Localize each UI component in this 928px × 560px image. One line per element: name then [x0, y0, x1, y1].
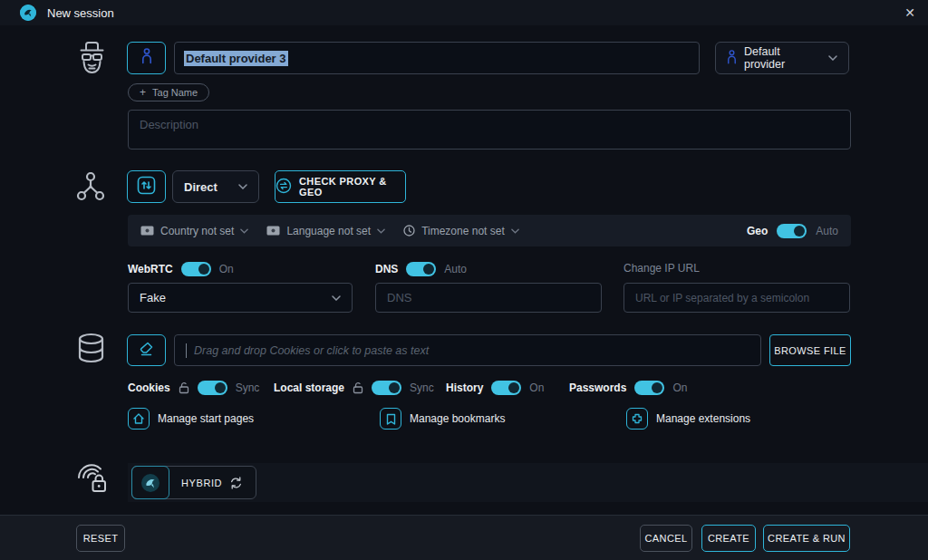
profile-type-button[interactable] — [127, 42, 166, 74]
close-icon[interactable]: ✕ — [901, 5, 919, 21]
eraser-icon — [138, 340, 155, 361]
check-proxy-geo-button[interactable]: CHECK PROXY & GEO — [275, 170, 406, 203]
local-storage-toggle-group: Local storage Sync — [274, 380, 434, 396]
refresh-icon — [229, 477, 243, 489]
app-logo-icon — [140, 473, 160, 493]
text-caret — [186, 343, 187, 358]
provider-dropdown-value: Default provider — [744, 45, 821, 71]
clear-cookies-button[interactable] — [127, 334, 166, 366]
reset-button[interactable]: RESET — [76, 525, 125, 552]
home-icon — [128, 408, 150, 430]
local-storage-label: Local storage — [274, 381, 344, 394]
cookies-toggle-group: Cookies Sync — [128, 380, 259, 396]
cookies-state: Sync — [236, 381, 260, 394]
history-toggle[interactable] — [491, 381, 521, 395]
clock-icon — [403, 225, 415, 237]
flag-icon — [266, 226, 280, 236]
provider-dropdown[interactable]: Default provider — [715, 42, 849, 74]
chevron-down-icon — [511, 228, 519, 234]
fingerprint-mode-button[interactable]: HYBRID — [131, 466, 256, 499]
cookies-drop-area[interactable]: Drag and drop Cookies or click to paste … — [174, 334, 761, 366]
history-label: History — [446, 381, 483, 394]
language-dropdown[interactable]: Language not set — [266, 225, 385, 237]
webrtc-label: WebRTC — [128, 263, 173, 275]
geo-toggle[interactable] — [777, 224, 807, 238]
browse-file-button[interactable]: BROWSE FILE — [769, 334, 851, 366]
create-button[interactable]: CREATE — [701, 525, 756, 552]
cookies-label: Cookies — [128, 381, 170, 394]
cookies-drop-placeholder: Drag and drop Cookies or click to paste … — [194, 344, 429, 357]
dns-label: DNS — [375, 263, 398, 275]
manage-bookmarks-label: Manage bookmarks — [410, 412, 505, 425]
timezone-dropdown-value: Timezone not set — [421, 225, 505, 237]
proxy-mode-value: Direct — [184, 180, 218, 194]
geo-label: Geo — [747, 225, 768, 237]
country-dropdown-value: Country not set — [160, 225, 234, 237]
dns-input[interactable] — [375, 283, 602, 313]
passwords-toggle-group: Passwords On — [569, 380, 687, 396]
chevron-down-icon — [332, 295, 341, 301]
language-dropdown-value: Language not set — [286, 225, 371, 237]
add-tag-label: Tag Name — [152, 87, 198, 98]
dns-toggle[interactable] — [406, 262, 436, 276]
browse-file-label: BROWSE FILE — [774, 345, 846, 356]
manage-bookmarks-button[interactable]: Manage bookmarks — [380, 407, 505, 430]
description-textarea[interactable] — [128, 110, 851, 150]
storage-database-icon — [76, 332, 106, 372]
manage-start-pages-label: Manage start pages — [158, 412, 254, 425]
proxy-network-icon — [75, 170, 106, 207]
fingerprint-lock-icon — [74, 458, 111, 501]
history-toggle-group: History On — [446, 380, 544, 396]
flag-icon — [140, 226, 154, 236]
cookies-toggle[interactable] — [198, 381, 227, 395]
chevron-down-icon — [238, 184, 247, 189]
history-state: On — [529, 381, 544, 394]
cancel-button[interactable]: CANCEL — [640, 525, 692, 552]
webrtc-state: On — [219, 263, 234, 275]
session-name-input[interactable]: Default provider 3 — [174, 42, 700, 74]
local-storage-state: Sync — [410, 381, 434, 394]
profile-persona-icon — [75, 38, 109, 82]
manage-extensions-label: Manage extensions — [656, 412, 750, 425]
webrtc-toggle[interactable] — [181, 262, 211, 276]
session-name-selected-text: Default provider 3 — [184, 51, 288, 66]
proxy-type-button[interactable] — [127, 170, 166, 203]
cancel-label: CANCEL — [644, 533, 687, 544]
dns-toggle-group: DNS Auto — [375, 261, 467, 277]
create-label: CREATE — [708, 533, 749, 544]
add-tag-button[interactable]: + Tag Name — [128, 83, 209, 101]
manage-start-pages-button[interactable]: Manage start pages — [128, 407, 254, 430]
new-session-dialog: New session ✕ — [0, 0, 928, 560]
country-dropdown[interactable]: Country not set — [140, 225, 248, 237]
dialog-title: New session — [47, 6, 114, 20]
lock-open-icon[interactable] — [179, 381, 189, 394]
geo-toggle-group: Geo Auto — [747, 224, 838, 238]
timezone-dropdown[interactable]: Timezone not set — [403, 225, 519, 237]
proxy-mode-dropdown[interactable]: Direct — [172, 170, 259, 203]
chevron-down-icon — [377, 228, 385, 234]
change-ip-url-label: Change IP URL — [624, 262, 700, 275]
person-icon — [727, 50, 737, 67]
passwords-state: On — [672, 381, 687, 394]
lock-open-icon[interactable] — [353, 381, 363, 394]
change-ip-url-input[interactable] — [624, 283, 850, 313]
geo-settings-bar: Country not set Language not set Timezon… — [128, 215, 851, 246]
webrtc-toggle-group: WebRTC On — [128, 261, 234, 277]
geo-state: Auto — [816, 225, 838, 237]
chevron-down-icon — [240, 228, 248, 234]
manage-extensions-button[interactable]: Manage extensions — [626, 407, 750, 430]
fingerprint-logo-segment[interactable] — [131, 466, 169, 499]
create-and-run-button[interactable]: CREATE & RUN — [763, 525, 850, 552]
swap-arrows-icon — [276, 178, 292, 196]
webrtc-mode-value: Fake — [140, 291, 166, 304]
create-and-run-label: CREATE & RUN — [768, 533, 846, 544]
local-storage-toggle[interactable] — [372, 381, 401, 395]
webrtc-mode-dropdown[interactable]: Fake — [128, 283, 353, 313]
fingerprint-mode-label: HYBRID — [181, 478, 222, 488]
bookmark-icon — [380, 408, 401, 430]
traffic-arrows-icon — [137, 176, 156, 198]
extension-puzzle-icon — [626, 408, 648, 430]
passwords-toggle[interactable] — [634, 381, 664, 395]
chevron-down-icon — [828, 55, 837, 61]
passwords-label: Passwords — [569, 381, 626, 394]
